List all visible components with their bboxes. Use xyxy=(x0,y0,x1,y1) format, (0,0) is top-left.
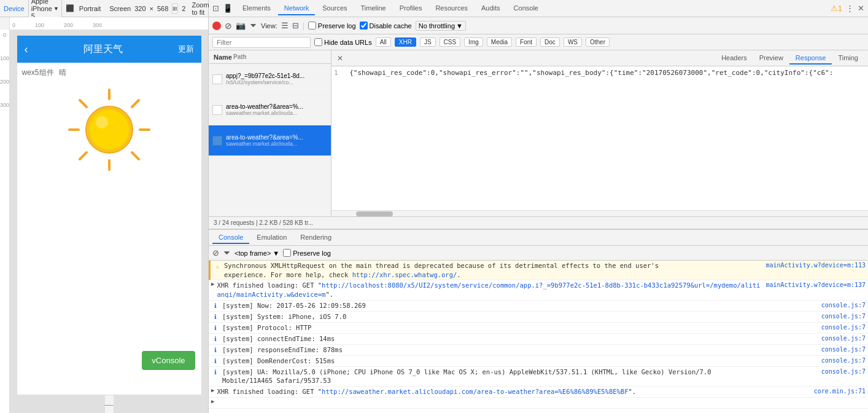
console-message-sys6: ℹ [system] DomRenderCost: 515ms console.… xyxy=(209,356,868,367)
network-filter-bar: Hide data URLs All XHR JS CSS Img Media … xyxy=(209,34,868,50)
hide-data-urls-label[interactable]: Hide data URLs xyxy=(314,38,372,46)
xhr-text-1: XHR finished loading: GET "http://localh… xyxy=(217,281,761,299)
item-path: /x5/UI2/system/service/co... xyxy=(226,79,304,85)
throttle-select[interactable]: No throttling ▼ xyxy=(416,21,466,31)
device-icon[interactable]: 📱 xyxy=(223,4,233,13)
network-item-selected[interactable]: area-to-weather?&area=%... saweather.mar… xyxy=(209,125,331,156)
item-text: appj?_=9b977e2c-51e1-8d... /x5/UI2/syste… xyxy=(226,73,304,85)
console-message-xhr1: ▶ XHR finished loading: GET "http://loca… xyxy=(209,280,868,300)
tab-timeline[interactable]: Timeline xyxy=(355,2,392,15)
hide-data-urls-checkbox[interactable] xyxy=(314,38,322,46)
inspect-icon[interactable]: ⊡ xyxy=(212,4,219,13)
item-text: area-to-weather?&area=%... saweather.mar… xyxy=(226,134,303,147)
info-icon: ℹ xyxy=(211,324,220,332)
svg-line-5 xyxy=(132,152,139,159)
expand-arrow-icon[interactable]: ▶ xyxy=(211,281,214,287)
refresh-button[interactable]: 更新 xyxy=(178,44,194,55)
scroll-thumb[interactable] xyxy=(356,211,393,216)
devtools-topbar: ⊡ 📱 Elements Network Sources Timeline Pr… xyxy=(209,0,868,17)
console-preserve-log-checkbox[interactable] xyxy=(283,249,291,257)
zoom-factor: 2 xyxy=(182,5,185,12)
tab-response[interactable]: Response xyxy=(789,52,832,65)
more-options-icon[interactable]: ⋮ xyxy=(846,4,854,13)
path-column-header: Path xyxy=(233,53,247,60)
filter-other-button[interactable]: Other xyxy=(586,37,610,47)
sys6-source[interactable]: console.js:7 xyxy=(821,357,866,364)
tab-headers[interactable]: Headers xyxy=(715,52,753,65)
filter-img-button[interactable]: Img xyxy=(464,37,483,47)
filter-media-button[interactable]: Media xyxy=(487,37,512,47)
tab-console[interactable]: Console xyxy=(508,2,544,15)
camera-button[interactable]: 📷 xyxy=(236,21,246,30)
filter-css-button[interactable]: CSS xyxy=(440,37,461,47)
info-icon: ℹ xyxy=(211,313,220,321)
device-label: Device xyxy=(4,5,25,12)
xhr-link-1[interactable]: http://localhost:8080/x5/UI2/system/serv… xyxy=(217,281,760,298)
close-devtools-icon[interactable]: ✕ xyxy=(858,4,864,13)
disable-cache-checkbox[interactable] xyxy=(360,22,368,30)
console-filter-button[interactable]: ⏷ xyxy=(223,248,231,258)
preserve-log-checkbox[interactable] xyxy=(308,22,316,30)
screen-toggle[interactable]: ⊞ xyxy=(172,4,178,14)
xhr2-source[interactable]: core.min.js:71 xyxy=(814,388,866,395)
sys5-text: [system] responseEndTime: 878ms xyxy=(222,345,816,355)
name-column-header: Name xyxy=(214,53,232,61)
tab-profiles[interactable]: Profiles xyxy=(393,2,428,15)
tab-network[interactable]: Network xyxy=(278,2,315,15)
filter-all-button[interactable]: All xyxy=(376,37,391,47)
tab-sources[interactable]: Sources xyxy=(316,2,353,15)
console-preserve-log-label[interactable]: Preserve log xyxy=(283,249,331,257)
xhr1-source[interactable]: mainActivity.w?device=m:137 xyxy=(765,281,866,288)
warning-source[interactable]: mainActivity.w?device=m:113 xyxy=(765,262,866,269)
tab-emulation[interactable]: Emulation xyxy=(250,232,293,244)
tab-preview[interactable]: Preview xyxy=(753,52,789,65)
filter-font-button[interactable]: Font xyxy=(516,37,537,47)
filter-input[interactable] xyxy=(212,37,311,48)
orientation-label: Portrait xyxy=(79,5,101,12)
filter-doc-button[interactable]: Doc xyxy=(540,37,560,47)
preserve-log-checkbox-label[interactable]: Preserve log xyxy=(308,22,356,30)
network-item[interactable]: appj?_=9b977e2c-51e1-8d... /x5/UI2/syste… xyxy=(209,64,331,95)
tab-timing[interactable]: Timing xyxy=(832,52,864,65)
horizontal-scrollbar[interactable] xyxy=(331,210,868,216)
sys2-source[interactable]: console.js:7 xyxy=(821,313,866,320)
filter-js-button[interactable]: JS xyxy=(420,37,436,47)
network-status-text: 3 / 24 requests | 2.2 KB / 528 KB tr... xyxy=(214,219,313,226)
console-clear-button[interactable]: ⊘ xyxy=(212,248,219,258)
xhr-spec-link[interactable]: http://xhr.spec.whatwg.org/ xyxy=(352,271,457,278)
warning-icon: ⚠ xyxy=(213,262,222,270)
sys4-source[interactable]: console.js:7 xyxy=(821,335,866,342)
item-name: area-to-weather?&area=%... xyxy=(226,103,303,110)
sys5-source[interactable]: console.js:7 xyxy=(821,346,866,353)
xhr-link-2[interactable]: http://saweather.market.alicloudapi.com/… xyxy=(322,388,628,395)
tab-resources[interactable]: Resources xyxy=(429,2,474,15)
tab-console[interactable]: Console xyxy=(212,232,249,244)
disable-cache-label: Disable cache xyxy=(370,22,412,30)
filter-ws-button[interactable]: WS xyxy=(564,37,582,47)
close-detail-button[interactable]: ✕ xyxy=(335,53,345,63)
tab-rendering[interactable]: Rendering xyxy=(294,232,338,244)
sys7-source[interactable]: console.js:7 xyxy=(821,368,866,375)
disable-cache-checkbox-label[interactable]: Disable cache xyxy=(360,22,412,30)
sys1-source[interactable]: console.js:7 xyxy=(821,302,866,309)
group-view-button[interactable]: ⊟ xyxy=(292,21,299,30)
ruler-corner xyxy=(0,17,10,30)
item-icon xyxy=(212,105,222,115)
list-view-button[interactable]: ☰ xyxy=(281,21,289,30)
record-button[interactable] xyxy=(212,22,221,30)
tab-audits[interactable]: Audits xyxy=(475,2,506,15)
vconsole-button[interactable]: vConsole xyxy=(142,351,195,370)
frame-selector[interactable]: <top frame> ▼ xyxy=(234,250,279,257)
clear-button[interactable]: ⊘ xyxy=(225,21,232,31)
sys3-source[interactable]: console.js:7 xyxy=(821,324,866,331)
tab-elements[interactable]: Elements xyxy=(236,2,277,15)
expand-row-arrow[interactable]: ▶ xyxy=(211,398,214,404)
filter-xhr-button[interactable]: XHR xyxy=(395,37,416,47)
back-button[interactable]: ‹ xyxy=(25,43,28,56)
filter-button[interactable]: ⏷ xyxy=(249,21,257,30)
svg-point-9 xyxy=(90,110,129,149)
expand-arrow2-icon[interactable]: ▶ xyxy=(211,387,214,393)
network-item[interactable]: area-to-weather?&area=%... saweather.mar… xyxy=(209,95,331,125)
network-upper-panel: ⊘ 📷 ⏷ View: ☰ ⊟ | Preserve log Disable c… xyxy=(209,17,868,229)
network-items-list: appj?_=9b977e2c-51e1-8d... /x5/UI2/syste… xyxy=(209,64,331,216)
